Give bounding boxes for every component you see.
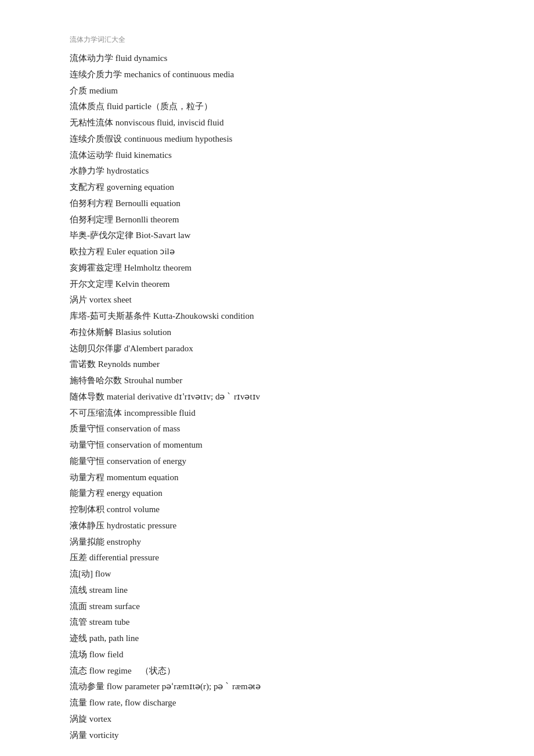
entry-zh: 毕奥-萨伐尔定律 bbox=[70, 231, 134, 240]
list-item: 涡旋 vortex bbox=[70, 711, 464, 728]
list-item: 支配方程 governing equation bbox=[70, 179, 464, 196]
entry-en: Euler equation ɔilə bbox=[107, 247, 175, 256]
entry-en: flow bbox=[95, 569, 111, 578]
entry-zh: 动量守恒 bbox=[70, 440, 104, 449]
entry-zh: 伯努利方程 bbox=[70, 199, 113, 208]
entry-zh: 雷诺数 bbox=[70, 359, 96, 369]
entry-en: path, path line bbox=[89, 633, 139, 643]
entry-en: medium bbox=[89, 86, 118, 95]
entry-en: Bernonlli theorem bbox=[116, 215, 179, 224]
entry-zh: 动量方程 bbox=[70, 473, 104, 482]
entry-zh: 布拉休斯解 bbox=[70, 327, 113, 337]
list-item: 亥姆霍兹定理 Helmholtz theorem bbox=[70, 260, 464, 276]
entry-zh: 能量方程 bbox=[70, 488, 104, 498]
page-title: 流体力学词汇大全 bbox=[70, 35, 464, 45]
list-item: 迹线 path, path line bbox=[70, 631, 464, 647]
list-item: 涡量拟能 enstrophy bbox=[70, 534, 464, 550]
entry-zh: 压差 bbox=[70, 553, 87, 562]
entry-zh: 流体运动学 bbox=[70, 150, 113, 160]
entry-zh: 涡量 bbox=[70, 730, 87, 740]
entry-zh: 连续介质力学 bbox=[70, 70, 122, 79]
entry-zh: 随体导数 bbox=[70, 392, 104, 401]
entry-en: differential pressure bbox=[89, 553, 159, 562]
list-item: 伯努利定理 Bernonlli theorem bbox=[70, 212, 464, 228]
list-item: 介质 medium bbox=[70, 83, 464, 99]
list-item: 能量方程 energy equation bbox=[70, 485, 464, 502]
entry-zh: 介质 bbox=[70, 86, 87, 95]
entry-en: conservation of mass bbox=[107, 424, 181, 433]
entry-zh: 不可压缩流体 bbox=[70, 408, 122, 417]
entry-zh: 流量 bbox=[70, 698, 87, 707]
entry-zh: 施特鲁哈尔数 bbox=[70, 376, 122, 385]
list-item: 伯努利方程 Bernoulli equation bbox=[70, 196, 464, 212]
list-item: 压差 differential pressure bbox=[70, 550, 464, 566]
entry-zh: 库塔-茹可夫斯基条件 bbox=[70, 311, 151, 321]
list-item: 动量守恒 conservation of momentum bbox=[70, 437, 464, 453]
entry-en: energy equation bbox=[107, 488, 163, 498]
list-item: 雷诺数 Reynolds number bbox=[70, 357, 464, 373]
entry-en: fluid particle（质点，粒子） bbox=[107, 102, 212, 111]
list-item: 施特鲁哈尔数 Strouhal number bbox=[70, 373, 464, 389]
list-item: 毕奥-萨伐尔定律 Biot-Savart law bbox=[70, 228, 464, 244]
entry-zh: 欧拉方程 bbox=[70, 247, 104, 256]
entry-zh: 涡片 bbox=[70, 295, 87, 304]
entry-zh: 涡量拟能 bbox=[70, 537, 104, 546]
entry-en: incompressible fluid bbox=[124, 408, 196, 417]
list-item: 涡片 vortex sheet bbox=[70, 292, 464, 308]
entry-en: flow regime （状态） bbox=[89, 666, 175, 675]
entry-en: governing equation bbox=[107, 182, 174, 192]
entry-zh: 达朗贝尔佯廖 bbox=[70, 344, 122, 353]
entry-zh: 流体动力学 bbox=[70, 53, 113, 63]
list-item: 流面 stream surface bbox=[70, 599, 464, 615]
entry-en: vortex sheet bbox=[89, 295, 132, 304]
list-item: 达朗贝尔佯廖 d'Alembert paradox bbox=[70, 341, 464, 357]
entry-en: conservation of momentum bbox=[107, 440, 203, 449]
entry-zh: 涡旋 bbox=[70, 714, 87, 723]
entry-en: fluid kinematics bbox=[116, 150, 172, 160]
entry-zh: 流态 bbox=[70, 666, 87, 675]
list-item: 流体动力学 fluid dynamics bbox=[70, 51, 464, 67]
entry-en: nonviscous fluid, inviscid fluid bbox=[116, 118, 224, 127]
entry-en: flow rate, flow discharge bbox=[89, 698, 176, 707]
entry-zh: 能量守恒 bbox=[70, 456, 104, 466]
entry-en: enstrophy bbox=[107, 537, 141, 546]
entry-en: d'Alembert paradox bbox=[124, 344, 193, 353]
list-item: 流态 flow regime （状态） bbox=[70, 663, 464, 679]
list-item: 流体运动学 fluid kinematics bbox=[70, 147, 464, 164]
entry-zh: 流[动] bbox=[70, 569, 93, 578]
list-item: 流动参量 flow parameter pəˈræmɪtə(r); pə ˋ r… bbox=[70, 679, 464, 695]
list-item: 能量守恒 conservation of energy bbox=[70, 453, 464, 470]
entry-zh: 开尔文定理 bbox=[70, 279, 113, 289]
list-item: 流体质点 fluid particle（质点，粒子） bbox=[70, 99, 464, 115]
entry-en: stream tube bbox=[89, 617, 130, 627]
entry-en: flow field bbox=[89, 650, 124, 659]
list-item: 无粘性流体 nonviscous fluid, inviscid fluid bbox=[70, 115, 464, 131]
list-item: 质量守恒 conservation of mass bbox=[70, 421, 464, 437]
entry-en: hydrostatic pressure bbox=[107, 521, 176, 530]
entry-zh: 流管 bbox=[70, 617, 87, 627]
list-item: 欧拉方程 Euler equation ɔilə bbox=[70, 244, 464, 260]
entry-zh: 无粘性流体 bbox=[70, 118, 113, 127]
list-item: 涡量 vorticity bbox=[70, 728, 464, 744]
entry-en: Reynolds number bbox=[98, 359, 160, 369]
entry-en: Strouhal number bbox=[124, 376, 182, 385]
entry-en: stream line bbox=[89, 585, 128, 595]
entry-en: momentum equation bbox=[107, 473, 179, 482]
list-item: 控制体积 control volume bbox=[70, 502, 464, 518]
entry-en: material derivative dɪˈrɪvətɪv; də ˋ rɪv… bbox=[107, 392, 260, 401]
entry-en: conservation of energy bbox=[107, 456, 186, 466]
entry-en: Blasius solution bbox=[116, 327, 171, 337]
entry-zh: 亥姆霍兹定理 bbox=[70, 263, 122, 272]
list-item: 流场 flow field bbox=[70, 647, 464, 663]
entry-en: hydrostatics bbox=[107, 166, 149, 175]
entry-zh: 液体静压 bbox=[70, 521, 104, 530]
entry-en: Bernoulli equation bbox=[116, 199, 181, 208]
list-item: 随体导数 material derivative dɪˈrɪvətɪv; də … bbox=[70, 389, 464, 405]
list-item: 开尔文定理 Kelvin theorem bbox=[70, 276, 464, 293]
entry-en: vortex bbox=[89, 714, 111, 723]
list-item: 动量方程 momentum equation bbox=[70, 470, 464, 486]
list-item: 库塔-茹可夫斯基条件 Kutta-Zhoukowski condition bbox=[70, 308, 464, 325]
entry-en: Helmholtz theorem bbox=[124, 263, 192, 272]
list-item: 水静力学 hydrostatics bbox=[70, 163, 464, 179]
entry-zh: 迹线 bbox=[70, 633, 87, 643]
